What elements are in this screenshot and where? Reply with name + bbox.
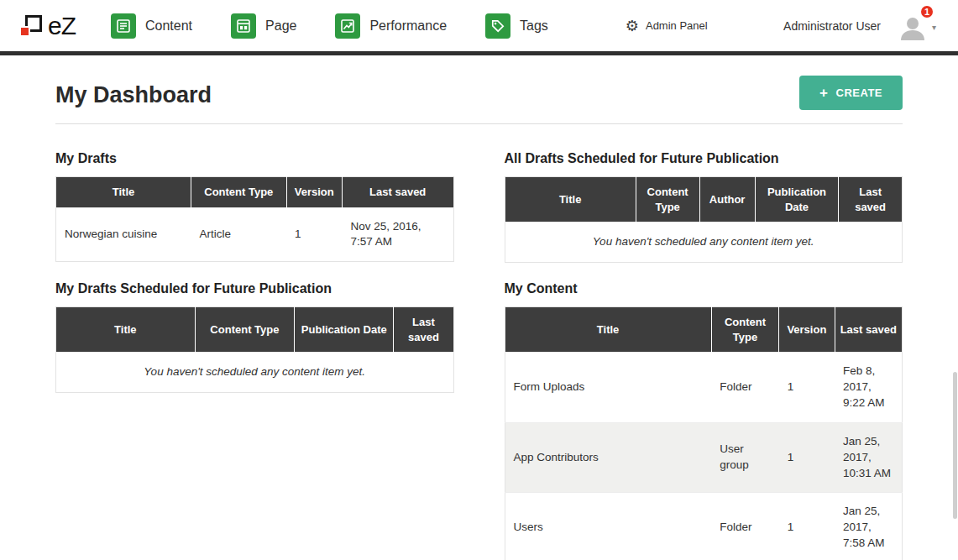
column-header: Last saved <box>394 306 453 352</box>
section-title: My Content <box>505 281 903 296</box>
scrollbar-thumb[interactable] <box>953 372 957 519</box>
section-title: All Drafts Scheduled for Future Publicat… <box>505 151 903 166</box>
column-header: Content Type <box>191 177 286 208</box>
top-bar: eZ Content Page Performance Tags <box>0 0 958 51</box>
all-drafts-scheduled-table: TitleContent TypeAuthorPublication DateL… <box>505 176 903 263</box>
column-header: Content Type <box>711 306 778 352</box>
plus-icon: + <box>819 86 828 100</box>
table-cell: 1 <box>779 422 835 493</box>
empty-message: You haven't scheduled any content item y… <box>505 222 903 263</box>
user-name: Administrator User <box>783 19 881 33</box>
table-cell: Folder <box>711 353 778 423</box>
column-header: Version <box>286 177 342 208</box>
ez-logo-text: eZ <box>48 13 76 39</box>
table-row[interactable]: App ContributorsUser group1Jan 25, 2017,… <box>505 422 903 493</box>
admin-panel-label: Admin Panel <box>646 19 708 32</box>
user-menu[interactable]: 1 ▾ <box>894 12 940 40</box>
table-cell: Jan 25, 2017, 7:58 AM <box>835 493 903 560</box>
table-cell: Nov 25, 2016, 7:57 AM <box>342 207 453 262</box>
column-header: Title <box>56 306 196 352</box>
column-header: Title <box>505 177 636 222</box>
nav-item-page[interactable]: Page <box>231 13 296 39</box>
my-content-table: TitleContent TypeVersionLast savedForm U… <box>505 306 903 560</box>
section-all-drafts-scheduled: All Drafts Scheduled for Future Publicat… <box>505 139 903 263</box>
column-header: Content Type <box>195 306 294 352</box>
table-cell: Feb 8, 2017, 9:22 AM <box>835 353 903 423</box>
table-cell: Article <box>191 207 286 262</box>
gear-icon: ⚙ <box>626 18 639 34</box>
dashboard-main: My Dashboard + CREATE My Drafts TitleCon… <box>0 55 958 560</box>
ez-logo-icon <box>18 13 45 39</box>
create-button[interactable]: + CREATE <box>799 76 903 110</box>
column-header: Version <box>779 306 835 352</box>
section-my-drafts: My Drafts TitleContent TypeVersionLast s… <box>55 139 454 263</box>
admin-panel-button[interactable]: ⚙ Admin Panel <box>626 18 708 34</box>
nav-item-tags[interactable]: Tags <box>485 13 548 39</box>
page-title-rule <box>55 123 903 124</box>
column-header: Title <box>505 306 711 352</box>
table-cell: 1 <box>779 493 835 560</box>
notification-badge[interactable]: 1 <box>919 4 934 19</box>
page-icon <box>231 13 256 39</box>
column-header: Content Type <box>636 177 699 222</box>
page-title: My Dashboard <box>55 82 212 108</box>
nav-item-label: Content <box>145 18 192 34</box>
table-cell: Users <box>505 493 711 560</box>
dashboard-grid: My Drafts TitleContent TypeVersionLast s… <box>55 139 903 560</box>
performance-icon <box>335 13 360 39</box>
column-header: Publication Date <box>295 306 394 352</box>
nav-item-performance[interactable]: Performance <box>335 13 447 39</box>
empty-row: You haven't scheduled any content item y… <box>505 222 903 263</box>
nav-item-label: Performance <box>369 18 447 34</box>
nav-item-label: Page <box>265 18 296 34</box>
table-cell: 1 <box>779 353 835 423</box>
nav-item-label: Tags <box>520 18 548 34</box>
section-title: My Drafts <box>55 151 454 166</box>
tags-icon <box>485 13 510 39</box>
content-icon <box>111 13 136 39</box>
my-drafts-scheduled-table: TitleContent TypePublication DateLast sa… <box>55 306 454 393</box>
column-header: Title <box>56 177 191 208</box>
ez-logo-red-square <box>19 26 30 37</box>
my-drafts-table: TitleContent TypeVersionLast savedNorweg… <box>55 176 454 262</box>
column-header: Last saved <box>835 306 903 352</box>
section-my-drafts-scheduled: My Drafts Scheduled for Future Publicati… <box>55 270 454 560</box>
chevron-down-icon: ▾ <box>932 23 936 32</box>
empty-message: You haven't scheduled any content item y… <box>56 353 454 393</box>
table-cell: 1 <box>286 207 342 262</box>
column-header: Last saved <box>839 177 903 222</box>
column-header: Author <box>699 177 755 222</box>
table-cell: User group <box>711 422 778 493</box>
column-header: Last saved <box>342 177 453 208</box>
table-row[interactable]: Form UploadsFolder1Feb 8, 2017, 9:22 AM <box>505 353 903 423</box>
table-cell: App Contributors <box>505 422 711 493</box>
ez-logo[interactable]: eZ <box>18 13 76 39</box>
section-my-content: My Content TitleContent TypeVersionLast … <box>505 270 903 560</box>
table-cell: Norwegian cuisine <box>56 207 191 262</box>
table-cell: Jan 25, 2017, 10:31 AM <box>835 422 903 493</box>
table-cell: Folder <box>711 493 778 560</box>
table-row[interactable]: Norwegian cuisineArticle1Nov 25, 2016, 7… <box>56 207 454 262</box>
main-nav: Content Page Performance Tags <box>111 13 548 39</box>
table-cell: Form Uploads <box>505 353 711 423</box>
nav-item-content[interactable]: Content <box>111 13 192 39</box>
column-header: Publication Date <box>755 177 838 222</box>
section-title: My Drafts Scheduled for Future Publicati… <box>55 281 454 296</box>
create-button-label: CREATE <box>836 86 882 99</box>
empty-row: You haven't scheduled any content item y… <box>56 353 454 393</box>
table-row[interactable]: UsersFolder1Jan 25, 2017, 7:58 AM <box>505 493 903 560</box>
